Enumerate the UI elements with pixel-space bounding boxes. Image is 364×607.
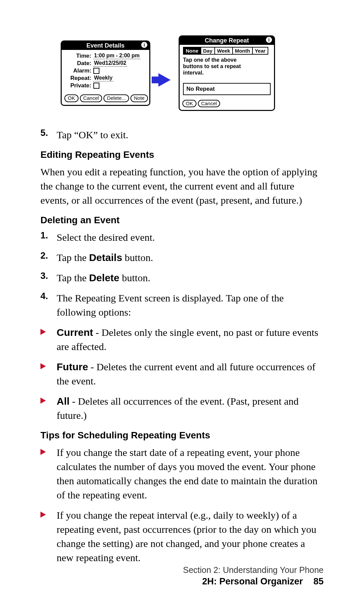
- private-checkbox: [93, 83, 99, 89]
- delete-button: Delete...: [103, 94, 129, 102]
- option-name: All: [57, 396, 69, 407]
- bold-term: Details: [89, 252, 122, 263]
- window-titlebar: Change Repeat i: [180, 36, 274, 45]
- list-item: If you change the repeat interval (e.g.,…: [57, 508, 324, 565]
- event-details-window: Event Details i Time:1:00 pm - 2:00 pm D…: [61, 40, 150, 106]
- footer-chapter-page: 2H: Personal Organizer 85: [183, 576, 324, 587]
- repeat-status-box: No Repeat: [183, 83, 271, 95]
- bold-term: Delete: [89, 272, 119, 283]
- page-footer: Section 2: Understanding Your Phone 2H: …: [183, 565, 324, 587]
- step-number: 1.: [40, 230, 57, 241]
- delete-options-list: Current - Deletes only the single event,…: [40, 325, 324, 423]
- change-repeat-window: Change Repeat i None Day Week Month Year…: [179, 35, 275, 111]
- ok-button: OK: [182, 100, 196, 108]
- paragraph: When you edit a repeating function, you …: [40, 165, 324, 207]
- heading-tips: Tips for Scheduling Repeating Events: [40, 430, 324, 441]
- bullet-icon: [40, 360, 57, 371]
- repeat-segmented-control: None Day Week Month Year: [183, 47, 271, 55]
- step-text: Tap the Delete button.: [57, 271, 150, 285]
- repeat-value: Weekly: [93, 75, 113, 82]
- step-number: 2.: [40, 251, 57, 261]
- step-list-continuation: 5. Tap “OK” to exit.: [40, 128, 324, 142]
- document-page: Event Details i Time:1:00 pm - 2:00 pm D…: [0, 0, 364, 607]
- alarm-checkbox: [93, 68, 99, 74]
- screenshot-figures: Event Details i Time:1:00 pm - 2:00 pm D…: [61, 35, 324, 111]
- info-icon: i: [141, 42, 147, 48]
- bullet-icon: [40, 325, 57, 336]
- seg-year: Year: [253, 47, 268, 55]
- alarm-label: Alarm:: [65, 67, 93, 74]
- arrow-icon: [158, 73, 171, 87]
- step-text: Tap the Details button.: [57, 251, 153, 265]
- seg-none: None: [183, 47, 201, 55]
- date-value: Wed12/25/02: [93, 60, 127, 67]
- list-item: Future - Deletes the current event and a…: [57, 360, 324, 388]
- list-item: If you change the start date of a repeat…: [57, 445, 324, 502]
- step-number: 3.: [40, 271, 57, 281]
- heading-editing-repeating: Editing Repeating Events: [40, 149, 324, 160]
- seg-week: Week: [215, 47, 233, 55]
- footer-section: Section 2: Understanding Your Phone: [183, 565, 324, 575]
- repeat-label: Repeat:: [65, 75, 93, 82]
- option-name: Future: [57, 361, 88, 372]
- seg-month: Month: [233, 47, 253, 55]
- seg-day: Day: [201, 47, 215, 55]
- time-label: Time:: [65, 53, 93, 59]
- note-button: Note: [130, 94, 148, 102]
- heading-deleting-event: Deleting an Event: [40, 215, 324, 226]
- option-name: Current: [57, 327, 93, 338]
- delete-steps-list: 1. Select the desired event. 2. Tap the …: [40, 230, 324, 319]
- step-text: Select the desired event.: [57, 230, 155, 244]
- info-icon: i: [266, 37, 272, 43]
- private-label: Private:: [65, 82, 93, 89]
- instruction-text: Tap one of the above buttons to set a re…: [183, 57, 257, 76]
- list-item: Current - Deletes only the single event,…: [57, 325, 324, 354]
- step-number: 4.: [40, 291, 57, 301]
- ok-button: OK: [64, 94, 79, 102]
- list-item: All - Deletes all occurrences of the eve…: [57, 394, 324, 423]
- date-label: Date:: [65, 60, 93, 67]
- window-titlebar: Event Details i: [62, 41, 149, 50]
- step-text: The Repeating Event screen is displayed.…: [57, 291, 324, 319]
- tips-list: If you change the start date of a repeat…: [40, 445, 324, 565]
- time-value: 1:00 pm - 2:00 pm: [93, 53, 140, 59]
- bullet-icon: [40, 508, 57, 519]
- page-number: 85: [313, 576, 324, 586]
- step-number: 5.: [40, 128, 57, 138]
- bullet-icon: [40, 394, 57, 405]
- bullet-icon: [40, 445, 57, 456]
- window-title: Event Details: [86, 42, 124, 49]
- cancel-button: Cancel: [80, 94, 102, 102]
- cancel-button: Cancel: [198, 100, 220, 108]
- window-title: Change Repeat: [205, 37, 249, 44]
- step-text: Tap “OK” to exit.: [57, 128, 128, 142]
